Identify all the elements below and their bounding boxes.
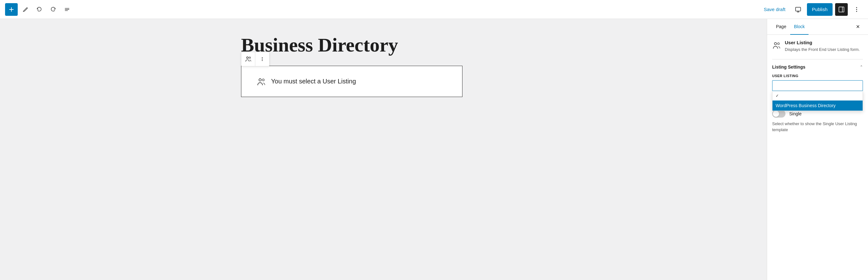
block-placeholder-text: You must select a User Listing (271, 78, 356, 85)
listing-settings-title: Listing Settings (772, 65, 805, 70)
wordpress-business-directory-label: WordPress Business Directory (776, 103, 836, 108)
user-listing-field-label: USER LISTING (772, 74, 863, 78)
more-options-button[interactable] (850, 3, 863, 16)
main: Business Directory (0, 19, 868, 280)
svg-point-19 (262, 79, 264, 80)
redo-button[interactable] (47, 3, 59, 16)
dropdown-option-empty[interactable]: ✓ (772, 91, 863, 101)
pencil-icon (23, 7, 28, 12)
svg-point-20 (774, 42, 777, 44)
block-user-icon (256, 76, 266, 86)
user-listing-block[interactable]: You must select a User Listing (241, 66, 462, 97)
preview-button[interactable] (792, 3, 804, 16)
toolbar-left (5, 3, 73, 16)
sidebar-body: User Listing Displays the Front End User… (767, 35, 868, 280)
sidebar-tabs: Page Block × (767, 19, 868, 35)
chevron-up-icon: ⌃ (860, 65, 863, 69)
single-toggle[interactable] (772, 110, 785, 117)
svg-point-21 (778, 43, 779, 44)
close-sidebar-button[interactable]: × (853, 22, 863, 32)
tab-block[interactable]: Block (790, 19, 809, 35)
user-listing-input[interactable] (772, 80, 863, 91)
settings-panel-icon (838, 6, 845, 13)
toolbar: Save draft Publish (0, 0, 868, 19)
plus-icon (8, 7, 14, 12)
svg-point-12 (856, 11, 857, 12)
add-block-button[interactable] (5, 3, 18, 16)
save-draft-button[interactable]: Save draft (760, 5, 789, 14)
user-listing-dropdown-wrapper: ✓ WordPress Business Directory (772, 80, 863, 91)
user-listing-field: USER LISTING ✓ WordPress Business Direct… (772, 74, 863, 91)
publish-button[interactable]: Publish (807, 3, 833, 16)
toggle-knob (773, 111, 779, 117)
block-info-title: User Listing (785, 40, 860, 45)
toolbar-right: Save draft Publish (760, 3, 863, 16)
svg-point-15 (262, 57, 263, 58)
settings-button[interactable] (835, 3, 848, 16)
listing-settings-header[interactable]: Listing Settings ⌃ (772, 65, 863, 70)
editor-content: Business Directory (241, 34, 526, 97)
block-info-icon (772, 40, 781, 50)
block-container: You must select a User Listing (241, 66, 462, 97)
block-info: User Listing Displays the Front End User… (772, 40, 863, 53)
dots-vertical-icon (259, 56, 265, 62)
svg-point-10 (856, 7, 857, 8)
svg-point-14 (249, 57, 251, 59)
check-icon: ✓ (776, 94, 779, 98)
list-icon (64, 7, 70, 12)
undo-icon (36, 7, 42, 12)
svg-point-16 (262, 59, 263, 60)
user-listing-block-icon (245, 56, 252, 63)
page-title: Business Directory (241, 34, 526, 56)
svg-point-18 (259, 79, 261, 81)
block-icon-button[interactable] (241, 52, 255, 66)
dropdown-option-wordpress-business-directory[interactable]: WordPress Business Directory (772, 101, 863, 111)
block-info-description: Displays the Front End User Listing form… (785, 46, 860, 53)
single-toggle-section: Single Select whether to show the Single… (772, 110, 863, 133)
single-toggle-description: Select whether to show the Single User L… (772, 121, 863, 133)
tab-page[interactable]: Page (772, 19, 790, 35)
editor-area: Business Directory (0, 19, 767, 280)
svg-point-11 (856, 9, 857, 10)
edit-button[interactable] (19, 3, 32, 16)
single-toggle-row: Single (772, 110, 863, 117)
listing-settings-section: Listing Settings ⌃ USER LISTING ✓ (772, 59, 863, 133)
list-view-button[interactable] (61, 3, 73, 16)
block-more-button[interactable] (255, 52, 269, 66)
undo-button[interactable] (33, 3, 45, 16)
svg-point-17 (262, 60, 263, 61)
monitor-icon (795, 6, 801, 13)
svg-rect-5 (796, 7, 801, 11)
block-toolbar (241, 52, 270, 66)
sidebar: Page Block × User Listing Displays the F… (767, 19, 868, 280)
svg-point-13 (246, 57, 248, 59)
block-info-text: User Listing Displays the Front End User… (785, 40, 860, 53)
ellipsis-icon (854, 6, 860, 13)
svg-rect-8 (839, 7, 844, 12)
redo-icon (50, 7, 56, 12)
single-toggle-label: Single (789, 111, 802, 116)
user-listing-dropdown-list: ✓ WordPress Business Directory (772, 91, 863, 111)
